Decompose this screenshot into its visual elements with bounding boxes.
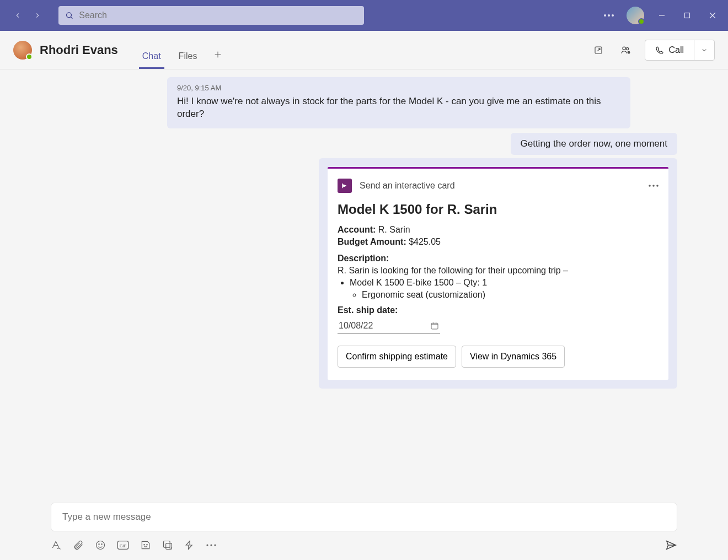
power-automate-icon <box>338 179 352 193</box>
svg-point-12 <box>623 47 625 50</box>
contact-avatar[interactable] <box>13 41 32 60</box>
compose-more-icon[interactable] <box>206 544 216 546</box>
phone-icon <box>655 46 664 55</box>
titlebar <box>0 0 728 31</box>
svg-rect-6 <box>685 13 690 18</box>
forward-button[interactable] <box>29 7 46 24</box>
call-label: Call <box>668 45 684 55</box>
window-maximize-button[interactable] <box>679 8 695 23</box>
tab-chat[interactable]: Chat <box>138 51 165 69</box>
current-user-avatar[interactable] <box>627 7 644 24</box>
card-description-label: Description: <box>338 254 659 263</box>
messages-area: 9/20, 9:15 AM Hi! I know we're not alway… <box>0 69 728 497</box>
svg-line-1 <box>71 17 73 19</box>
compose-box[interactable] <box>51 503 677 531</box>
compose-area: GIF <box>0 497 728 560</box>
svg-point-4 <box>612 14 614 17</box>
list-item: Model K 1500 E-bike 1500 – Qty: 1 <box>350 278 659 288</box>
card-account-row: Account: R. Sarin <box>338 225 659 235</box>
emoji-icon[interactable] <box>95 540 106 551</box>
presence-available-icon <box>26 53 33 60</box>
chat-title: Rhodri Evans <box>40 43 118 57</box>
view-in-dynamics-button[interactable]: View in Dynamics 365 <box>462 346 565 368</box>
svg-rect-31 <box>164 541 170 548</box>
ship-date-value: 10/08/22 <box>339 321 373 331</box>
actions-icon[interactable] <box>184 540 195 551</box>
svg-point-2 <box>604 14 606 17</box>
compose-input[interactable] <box>61 511 667 523</box>
svg-point-3 <box>608 14 610 17</box>
format-icon[interactable] <box>51 540 62 551</box>
add-people-button[interactable] <box>617 41 635 59</box>
list-item: Ergonomic seat (customization) <box>362 290 659 300</box>
chat-header: Rhodri Evans Chat Files Call <box>0 31 728 69</box>
svg-point-30 <box>147 545 147 545</box>
svg-point-36 <box>206 544 208 546</box>
sticker-icon[interactable] <box>140 540 151 551</box>
call-dropdown-button[interactable] <box>694 40 714 60</box>
svg-point-25 <box>99 544 99 545</box>
adaptive-card: Send an interactive card Model K 1500 fo… <box>328 167 668 380</box>
tab-files[interactable]: Files <box>174 51 202 69</box>
presence-available-icon <box>638 18 645 25</box>
svg-point-19 <box>656 185 659 187</box>
svg-point-37 <box>210 544 212 546</box>
calendar-icon <box>430 321 439 330</box>
ship-date-input[interactable]: 10/08/22 <box>338 319 440 333</box>
adaptive-card-container: Send an interactive card Model K 1500 fo… <box>319 158 677 389</box>
back-button[interactable] <box>9 7 26 24</box>
svg-point-0 <box>67 13 72 18</box>
window-close-button[interactable] <box>705 8 720 23</box>
incoming-message[interactable]: 9/20, 9:15 AM Hi! I know we're not alway… <box>167 77 630 128</box>
card-budget-row: Budget Amount: $425.05 <box>338 237 659 247</box>
card-item-list: Model K 1500 E-bike 1500 – Qty: 1 Ergono… <box>338 278 659 300</box>
svg-point-24 <box>97 541 105 550</box>
send-button[interactable] <box>665 539 677 551</box>
card-more-button[interactable] <box>649 185 659 187</box>
svg-point-18 <box>652 185 655 187</box>
search-icon <box>65 11 73 20</box>
svg-rect-20 <box>431 323 438 329</box>
add-tab-button[interactable] <box>210 47 226 62</box>
card-ship-label: Est. ship date: <box>338 305 659 315</box>
message-timestamp: 9/20, 9:15 AM <box>177 84 620 92</box>
outgoing-message[interactable]: Getting the order now, one moment <box>511 133 678 155</box>
svg-point-26 <box>101 544 102 545</box>
popout-button[interactable] <box>590 41 607 59</box>
svg-point-38 <box>214 544 216 546</box>
gif-icon[interactable]: GIF <box>117 540 129 551</box>
svg-text:GIF: GIF <box>120 543 127 548</box>
card-title: Model K 1500 for R. Sarin <box>338 202 659 217</box>
svg-point-29 <box>144 545 144 545</box>
loop-icon[interactable] <box>162 540 173 551</box>
card-app-title: Send an interactive card <box>360 181 455 191</box>
search-input[interactable] <box>78 10 357 21</box>
message-text: Hi! I know we're not always in stock for… <box>177 95 620 121</box>
call-button[interactable]: Call <box>645 40 694 60</box>
attach-icon[interactable] <box>73 540 84 551</box>
confirm-shipping-button[interactable]: Confirm shipping estimate <box>338 346 456 368</box>
more-menu-button[interactable] <box>601 8 617 23</box>
svg-point-17 <box>649 185 651 187</box>
search-box[interactable] <box>58 6 364 25</box>
svg-point-13 <box>627 47 629 50</box>
card-description-text: R. Sarin is looking for the following fo… <box>338 266 659 276</box>
window-minimize-button[interactable] <box>654 8 670 23</box>
